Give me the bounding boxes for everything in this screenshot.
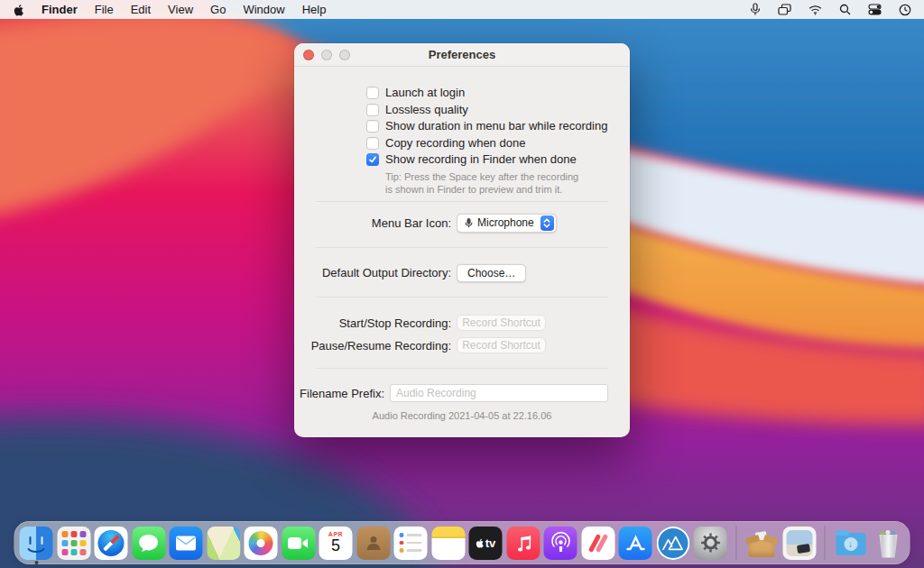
tip-line-1: Tip: Press the Space key after the recor… xyxy=(385,170,608,183)
dock-icon-contacts[interactable] xyxy=(356,527,390,560)
calendar-day-label: 5 xyxy=(319,537,353,554)
pause-resume-label: Pause/Resume Recording: xyxy=(294,339,451,353)
output-directory-label: Default Output Directory: xyxy=(294,266,451,279)
divider xyxy=(316,201,608,202)
dock-icon-news[interactable] xyxy=(581,527,614,560)
apple-menu-icon[interactable] xyxy=(13,3,24,16)
tip-line-2: is shown in Finder to preview and trim i… xyxy=(385,183,608,196)
checkbox-row-show-duration[interactable]: Show duration in menu bar while recordin… xyxy=(366,120,608,133)
menu-bar: Finder File Edit View Go Window Help xyxy=(0,0,924,19)
menu-view[interactable]: View xyxy=(168,3,193,16)
checkbox-label: Launch at login xyxy=(385,87,465,99)
popup-selected-value: Microphone xyxy=(477,216,534,229)
checkmark-icon xyxy=(368,155,377,164)
menu-edit[interactable]: Edit xyxy=(131,3,151,16)
dock-icon-messages[interactable] xyxy=(132,527,165,560)
filename-prefix-row: Filename Prefix: xyxy=(294,384,608,403)
filename-prefix-input[interactable] xyxy=(390,384,608,402)
dock-icon-trash[interactable] xyxy=(872,527,905,560)
screen-mirroring-icon[interactable] xyxy=(778,4,791,15)
dock-icon-reminders[interactable] xyxy=(394,527,428,560)
divider xyxy=(316,297,608,298)
checkbox-label: Show recording in Finder when done xyxy=(385,153,577,166)
preferences-window: Preferences Launch at login Lossless qua… xyxy=(294,43,630,437)
menu-help[interactable]: Help xyxy=(302,3,327,16)
filename-example-text: Audio Recording 2021-04-05 at 22.16.06 xyxy=(294,410,630,421)
traffic-lights xyxy=(303,50,350,60)
dock-icon-apple-tv[interactable]: tv xyxy=(469,527,503,560)
dock-icon-notes[interactable] xyxy=(431,527,465,560)
download-arrow-icon: ↓ xyxy=(844,537,857,551)
checkbox-row-lossless-quality[interactable]: Lossless quality xyxy=(366,104,608,116)
dock-icon-media-viewer[interactable] xyxy=(782,527,816,560)
microphone-icon[interactable] xyxy=(750,3,761,16)
menu-bar-icon-popup[interactable]: Microphone xyxy=(457,214,557,233)
start-stop-shortcut-field[interactable]: Record Shortcut xyxy=(457,315,546,331)
checkbox-unchecked[interactable] xyxy=(366,104,379,116)
checkbox-row-show-in-finder[interactable]: Show recording in Finder when done xyxy=(366,153,608,166)
checkbox-label: Copy recording when done xyxy=(385,137,525,150)
start-stop-label: Start/Stop Recording: xyxy=(294,316,451,330)
search-icon[interactable] xyxy=(839,4,851,15)
dock: APR 5 tv xyxy=(14,521,910,564)
zoom-button[interactable] xyxy=(339,50,350,60)
chevron-up-down-icon xyxy=(541,215,554,231)
pause-resume-shortcut-field[interactable]: Record Shortcut xyxy=(457,337,546,353)
dock-icon-mail[interactable] xyxy=(170,527,203,560)
checkbox-unchecked[interactable] xyxy=(366,120,379,133)
choose-directory-button[interactable]: Choose… xyxy=(457,264,526,282)
pause-resume-shortcut-row: Pause/Resume Recording: Record Shortcut xyxy=(294,337,608,354)
minimize-button[interactable] xyxy=(321,50,332,60)
apple-logo-icon xyxy=(476,537,485,548)
menu-window[interactable]: Window xyxy=(243,3,284,16)
dock-icon-calendar[interactable]: APR 5 xyxy=(319,527,353,560)
checkbox-checked[interactable] xyxy=(366,153,379,166)
checkbox-row-copy-recording[interactable]: Copy recording when done xyxy=(366,137,608,150)
menubar-app-name[interactable]: Finder xyxy=(42,3,78,16)
tv-label: tv xyxy=(485,537,496,549)
microphone-icon xyxy=(465,217,473,229)
dock-separator xyxy=(735,526,736,560)
wifi-icon[interactable] xyxy=(808,5,822,15)
dock-icon-photos[interactable] xyxy=(245,527,278,560)
dock-icon-maps[interactable] xyxy=(207,527,240,560)
desktop: Finder File Edit View Go Window Help xyxy=(0,0,924,568)
start-stop-shortcut-row: Start/Stop Recording: Record Shortcut xyxy=(294,315,608,332)
checkbox-label: Show duration in menu bar while recordin… xyxy=(385,120,607,133)
dock-separator xyxy=(825,526,826,560)
clock-icon[interactable] xyxy=(899,4,911,16)
checkbox-unchecked[interactable] xyxy=(366,137,379,150)
dock-icon-safari[interactable] xyxy=(95,527,128,560)
close-button[interactable] xyxy=(303,50,314,60)
filename-prefix-label: Filename Prefix: xyxy=(294,387,384,400)
dock-icon-finder[interactable] xyxy=(20,527,53,560)
checkbox-label: Lossless quality xyxy=(385,104,468,116)
menu-bar-icon-row: Menu Bar Icon: Microphone xyxy=(294,214,608,233)
control-center-icon[interactable] xyxy=(868,4,882,15)
checkbox-row-launch-at-login[interactable]: Launch at login xyxy=(366,87,608,99)
dock-icon-music[interactable] xyxy=(506,527,540,560)
menu-go[interactable]: Go xyxy=(210,3,226,16)
dock-icon-downloads-folder[interactable]: ↓ xyxy=(834,527,867,560)
tip-text: Tip: Press the Space key after the recor… xyxy=(385,170,608,196)
menu-bar-icon-label: Menu Bar Icon: xyxy=(294,216,451,230)
dock-icon-mountain-app[interactable] xyxy=(656,527,689,560)
dock-icon-system-preferences[interactable] xyxy=(694,527,727,560)
output-directory-row: Default Output Directory: Choose… xyxy=(294,264,608,282)
checkbox-unchecked[interactable] xyxy=(366,87,379,99)
dock-icon-archive-utility[interactable] xyxy=(745,527,779,560)
preferences-content: Launch at login Lossless quality Show du… xyxy=(294,67,630,421)
window-titlebar[interactable]: Preferences xyxy=(294,43,630,67)
divider xyxy=(316,368,608,369)
dock-icon-launchpad[interactable] xyxy=(57,527,90,560)
dock-icon-podcasts[interactable] xyxy=(544,527,578,560)
dock-icon-facetime[interactable] xyxy=(282,527,315,560)
dock-icon-app-store[interactable] xyxy=(619,527,652,560)
menu-file[interactable]: File xyxy=(95,3,114,16)
divider xyxy=(316,247,608,248)
